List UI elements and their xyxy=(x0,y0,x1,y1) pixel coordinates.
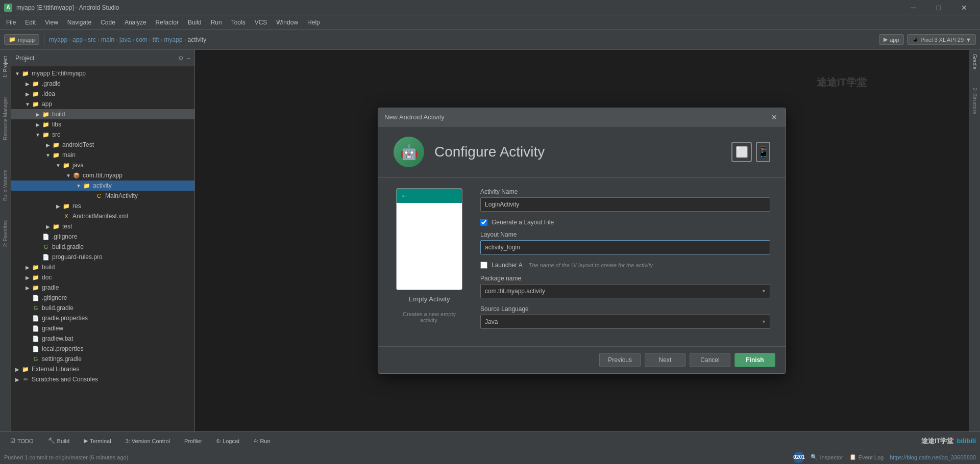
sidebar-tab-resource[interactable]: Resource Manager xyxy=(2,93,9,144)
menu-file[interactable]: File xyxy=(2,18,20,27)
sidebar-tab-project[interactable]: 1: Project xyxy=(2,52,9,82)
menu-build[interactable]: Build xyxy=(184,18,206,27)
tree-item-gitignore-root[interactable]: ▶ 📄 .gitignore xyxy=(11,293,194,303)
layout-name-label: Layout Name xyxy=(480,231,770,238)
tree-item-settings-gradle[interactable]: ▶ G settings.gradle xyxy=(11,354,194,364)
package-name-label: Package name xyxy=(480,275,770,282)
tree-item-myapp[interactable]: ▼ 📁 myapp E:\ttit\myapp xyxy=(11,68,194,79)
tree-item-gradle[interactable]: ▶ 📁 .gradle xyxy=(11,79,194,89)
sidebar-tab-favorites[interactable]: 2: Favorites xyxy=(2,216,9,251)
inspector-button[interactable]: 🔍 Inspector xyxy=(811,454,843,460)
tab-terminal[interactable]: ▶ Terminal xyxy=(78,435,117,446)
source-language-select[interactable]: Java Kotlin xyxy=(480,315,770,329)
minimize-button[interactable]: ─ xyxy=(901,0,925,15)
tree-item-src[interactable]: ▼ 📁 src xyxy=(11,130,194,140)
menu-view[interactable]: View xyxy=(41,18,62,27)
menu-vcs[interactable]: VCS xyxy=(251,18,272,27)
tree-item-local-properties[interactable]: ▶ 📄 local.properties xyxy=(11,344,194,354)
cancel-button[interactable]: Cancel xyxy=(690,353,730,367)
generate-layout-checkbox[interactable] xyxy=(480,219,487,226)
tree-item-proguard[interactable]: ▶ 📄 proguard-rules.pro xyxy=(11,252,194,262)
tree-item-buildgradle1[interactable]: ▶ G build.gradle xyxy=(11,242,194,252)
tree-item-build[interactable]: ▶ 📁 build xyxy=(11,109,194,119)
tree-item-build2[interactable]: ▶ 📁 build xyxy=(11,262,194,272)
breadcrumb-com[interactable]: com xyxy=(136,36,148,43)
xml-icon: X xyxy=(62,212,70,220)
tree-item-idea[interactable]: ▶ 📁 .idea xyxy=(11,89,194,99)
breadcrumb-java[interactable]: java xyxy=(119,36,131,43)
maximize-button[interactable]: □ xyxy=(927,0,950,15)
tree-item-gradlew-bat[interactable]: ▶ 📄 gradlew.bat xyxy=(11,333,194,344)
menu-refactor[interactable]: Refactor xyxy=(152,18,183,27)
breadcrumb-main[interactable]: main xyxy=(101,36,114,43)
tree-item-libs[interactable]: ▶ 📁 libs xyxy=(11,119,194,130)
tree-item-gitignore1[interactable]: ▶ 📄 .gitignore xyxy=(11,231,194,242)
tree-item-gradlew[interactable]: ▶ 📄 gradlew xyxy=(11,323,194,333)
breadcrumb-src[interactable]: src xyxy=(88,36,96,43)
sidebar-collapse-icon[interactable]: – xyxy=(187,55,190,62)
menu-tools[interactable]: Tools xyxy=(227,18,250,27)
tree-item-buildgradle-root[interactable]: ▶ G build.gradle xyxy=(11,303,194,313)
tree-item-test[interactable]: ▶ 📁 test xyxy=(11,221,194,231)
project-selector[interactable]: 📁 myapp xyxy=(4,34,39,45)
menu-edit[interactable]: Edit xyxy=(21,18,40,27)
tree-item-doc[interactable]: ▶ 📁 doc xyxy=(11,272,194,282)
sep8: › xyxy=(184,36,186,43)
close-button[interactable]: ✕ xyxy=(952,0,976,15)
tab-todo[interactable]: ☑ TODO xyxy=(4,435,40,446)
tree-item-scratches[interactable]: ▶ ✏ Scratches and Consoles xyxy=(11,374,194,384)
tree-item-gradle-folder[interactable]: ▶ 📁 gradle xyxy=(11,282,194,293)
sep4: › xyxy=(116,36,118,43)
layout-name-input[interactable] xyxy=(480,240,770,254)
menu-window[interactable]: Window xyxy=(272,18,302,27)
tree-item-manifest[interactable]: ▶ X AndroidManifest.xml xyxy=(11,211,194,221)
right-tab-gradle[interactable]: Gradle xyxy=(971,50,978,73)
tree-item-package[interactable]: ▼ 📦 com.ttit.myapp xyxy=(11,170,194,181)
right-tab-structure[interactable]: 2: Structure xyxy=(971,84,978,118)
tree-item-external-libs[interactable]: ▶ 📁 External Libraries xyxy=(11,364,194,374)
activity-name-input[interactable] xyxy=(480,197,770,212)
bottom-right-area: 途途IT学堂 bilibili xyxy=(921,436,976,446)
sidebar-tab-build-variants[interactable]: Build Variants xyxy=(2,166,9,205)
breadcrumb-app[interactable]: app xyxy=(72,36,83,43)
menu-help[interactable]: Help xyxy=(303,18,324,27)
tree-item-activity[interactable]: ▼ 📁 activity xyxy=(11,181,194,191)
tab-run[interactable]: 4: Run xyxy=(248,436,276,446)
tab-logcat[interactable]: 6: Logcat xyxy=(210,436,246,446)
tree-item-gradle-properties[interactable]: ▶ 📄 gradle.properties xyxy=(11,313,194,323)
breadcrumb-ttit[interactable]: ttit xyxy=(153,36,159,43)
title-bar: A myapp [E:\ttit\myapp] - Android Studio… xyxy=(0,0,980,15)
dialog-header: 🤖 Configure Activity ⬜ 📱 xyxy=(378,126,786,178)
tab-version-control[interactable]: 3: Version Control xyxy=(119,436,176,446)
tree-item-res[interactable]: ▶ 📁 res xyxy=(11,201,194,211)
menu-analyze[interactable]: Analyze xyxy=(120,18,151,27)
event-log-button[interactable]: 📋 Event Log xyxy=(849,454,884,460)
finish-button[interactable]: Finish xyxy=(734,353,775,367)
package-name-select[interactable]: com.ttit.myapp.activity xyxy=(480,284,770,298)
tab-profiler[interactable]: Profiler xyxy=(178,436,208,446)
breadcrumb-activity[interactable]: activity xyxy=(188,36,207,43)
launcher-checkbox[interactable] xyxy=(480,262,487,269)
previous-button[interactable]: Previous xyxy=(599,353,641,367)
device-selector[interactable]: 📱 Pixel 3 XL API 29 ▼ xyxy=(907,34,976,45)
menu-navigate[interactable]: Navigate xyxy=(63,18,95,27)
breadcrumb-myapp2[interactable]: myapp xyxy=(164,36,182,43)
sidebar-settings-icon[interactable]: ⚙ xyxy=(178,55,184,62)
breadcrumb-myapp[interactable]: myapp xyxy=(49,36,67,43)
tree-item-mainactivity[interactable]: ▶ C MainActivity xyxy=(11,191,194,201)
menu-code[interactable]: Code xyxy=(96,18,119,27)
tree-item-main[interactable]: ▼ 📁 main xyxy=(11,150,194,160)
tree-item-java[interactable]: ▼ 📁 java xyxy=(11,160,194,170)
folder-icon: 📁 xyxy=(21,69,30,78)
tab-build[interactable]: 🔨 Build xyxy=(42,435,76,446)
menu-run[interactable]: Run xyxy=(207,18,226,27)
tree-item-app[interactable]: ▼ 📁 app xyxy=(11,99,194,109)
sep1: › xyxy=(69,36,71,43)
tree-item-androidtest[interactable]: ▶ 📁 androidTest xyxy=(11,140,194,150)
dialog-close-button[interactable]: ✕ xyxy=(769,112,779,122)
app-run-config[interactable]: ▶ app xyxy=(879,34,903,45)
url-link[interactable]: https://blog.csdn.net/qq_33608800 xyxy=(890,454,976,460)
generate-layout-label: Generate a Layout File xyxy=(492,219,554,226)
next-button[interactable]: Next xyxy=(645,353,685,367)
toolbar: 📁 myapp myapp › app › src › main › java … xyxy=(0,30,980,50)
